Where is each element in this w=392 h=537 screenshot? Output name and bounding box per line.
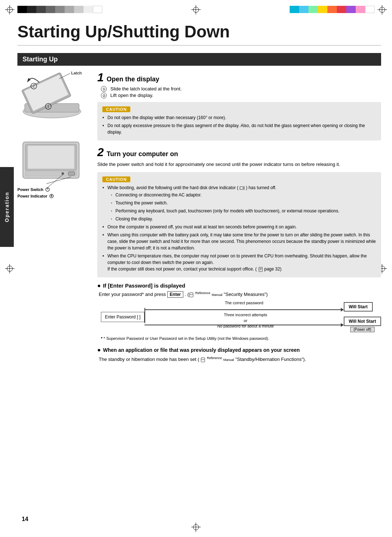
caution-sub-4: Closing the display.	[111, 216, 376, 222]
svg-rect-16	[68, 172, 75, 175]
password-section: ● If [Enter Password] is displayed Enter…	[97, 282, 381, 342]
diagram-column: 1 2 Latch	[17, 72, 90, 369]
ref-manual-icon: Ref	[189, 292, 194, 297]
top-arrow-label: The correct password	[144, 301, 344, 305]
page-ref-icon	[258, 267, 263, 272]
step1-num1: ①	[101, 86, 107, 92]
password-heading: ● If [Enter Password] is displayed	[97, 282, 381, 289]
section-header-starting-up: Starting Up	[17, 53, 381, 66]
password-bullet: ●	[97, 282, 101, 289]
app-bullet: ●	[97, 347, 101, 353]
step1-number: 1	[97, 72, 104, 83]
step2-number: 2	[97, 146, 104, 158]
svg-text:2: 2	[33, 84, 35, 88]
caution-item-step1-2: Do not apply excessive pressure to the g…	[102, 122, 376, 135]
caution-label-step1: CAUTION	[102, 106, 130, 112]
footnote-asterisk: *	[101, 336, 102, 341]
caution-item-step2-2: Once the computer is powered off, you mu…	[102, 224, 376, 230]
caution-sub-3: Performing any keyboard, touch pad, touc…	[111, 208, 376, 214]
page-number: 14	[22, 516, 28, 522]
step1-text1: Slide the latch located at the front.	[110, 86, 182, 91]
password-footnote: * * Supervisor Password or User Password…	[97, 335, 381, 342]
svg-text:1: 1	[47, 105, 49, 109]
caution-box-step1: CAUTION Do not open the display wider th…	[97, 102, 381, 141]
content-column: 1 Open the display ① Slide the latch loc…	[97, 72, 381, 369]
svg-point-17	[62, 172, 64, 175]
black-bar	[17, 6, 102, 13]
color-bar	[290, 6, 375, 13]
main-content: Starting Up/Shutting Down Starting Up	[17, 22, 381, 515]
sidebar-operation-label: Operation	[0, 167, 14, 247]
lower-arrow-line	[144, 323, 344, 327]
enter-key: Enter	[167, 291, 184, 298]
ref-manual-label: Manual	[212, 293, 222, 297]
caution-item-step2-1: While booting, avoid the following until…	[102, 184, 376, 222]
step2-title: Turn your computer on	[107, 150, 178, 158]
caution-item-step2-3: When using this computer with the batter…	[102, 232, 376, 251]
svg-point-24	[51, 195, 52, 197]
password-heading-text: If [Enter Password] is displayed	[103, 282, 185, 289]
app-ref-icon: Ref	[200, 357, 205, 362]
caution-label-step2: CAUTION	[102, 176, 130, 182]
step2-intro: Slide the power switch and hold it for a…	[97, 161, 381, 168]
outcome-boxes: Will Start Will Not Start (Power off)	[344, 302, 381, 332]
power-indicator-label: Power Indicator	[17, 194, 90, 199]
ref-security-text: "Security Measures"	[224, 292, 266, 297]
power-icon	[45, 187, 50, 192]
app-ref-super: Reference	[207, 356, 222, 360]
svg-text:Ref: Ref	[202, 358, 205, 361]
svg-rect-13	[28, 146, 74, 169]
caution-list-step1: Do not open the display wider than neces…	[102, 114, 376, 135]
svg-text:Latch: Latch	[71, 72, 82, 75]
caution-box-step2: CAUTION While booting, avoid the followi…	[97, 172, 381, 277]
caution-item-step1-1: Do not open the display wider than neces…	[102, 114, 376, 121]
step2-section: 2 Turn your computer on Slide the power …	[97, 146, 381, 277]
laptop-power-svg	[17, 135, 86, 189]
app-section-body: The standby or hibernation mode has been…	[99, 355, 381, 363]
will-not-start-box: Will Not Start	[344, 317, 381, 326]
laptop-open-svg: 1 2 Latch	[17, 72, 86, 122]
starting-up-layout: 1 2 Latch	[17, 72, 381, 369]
app-manual-label: Manual	[223, 358, 234, 362]
app-heading-text: When an application or file that was pre…	[103, 347, 300, 353]
step2-heading: 2 Turn your computer on	[97, 146, 381, 158]
password-flow-diagram: Enter Password [ ] The correct password	[101, 301, 381, 333]
step1-section: 1 Open the display ① Slide the latch loc…	[97, 72, 381, 141]
step1-title: Open the display	[107, 76, 159, 83]
ref-text-label: Reference	[195, 291, 211, 295]
step1-num2: ②	[101, 93, 107, 98]
caution-sub-1: Connecting or disconnecting the AC adapt…	[111, 192, 376, 198]
caution-sub-2: Touching the power switch.	[111, 200, 376, 206]
caution-sublist-step2: Connecting or disconnecting the AC adapt…	[107, 192, 376, 222]
page-title: Starting Up/Shutting Down	[17, 22, 381, 46]
caution-item-step2-4: When the CPU temperature rises, the comp…	[102, 253, 376, 272]
laptop-power-diagram: Power Switch Power Indicator	[17, 135, 90, 199]
step1-instructions: ① Slide the latch located at the front. …	[101, 86, 381, 98]
caution-list-step2: While booting, avoid the following until…	[102, 184, 376, 272]
step1-text2: Lift open the display.	[110, 93, 153, 98]
app-section-heading: ● When an application or file that was p…	[97, 347, 381, 353]
svg-point-26	[243, 187, 244, 188]
svg-text:Ref: Ref	[190, 293, 193, 296]
will-not-start-area: Will Not Start (Power off)	[344, 317, 381, 332]
password-intro: Enter your password* and press Enter . (…	[99, 291, 381, 298]
application-section: ● When an application or file that was p…	[97, 347, 381, 363]
hdd-icon	[240, 186, 245, 191]
will-start-box: Will Start	[344, 302, 373, 312]
arrow-area: The correct password Three incorrect att…	[144, 301, 344, 333]
power-indicator-icon	[49, 194, 54, 199]
svg-rect-27	[259, 267, 262, 272]
upper-arrow-line	[144, 308, 344, 312]
step1-inst2: ② Lift open the display.	[101, 93, 381, 98]
step1-inst1: ① Slide the latch located at the front.	[101, 86, 381, 92]
laptop-open-diagram: 1 2 Latch	[17, 72, 90, 124]
enter-password-box: Enter Password [ ]	[101, 312, 144, 322]
app-ref-text: "Standby/Hibernation Functions").	[235, 357, 306, 362]
power-off-label: (Power off)	[350, 327, 375, 332]
step1-heading: 1 Open the display	[97, 72, 381, 83]
vert-line	[144, 308, 145, 323]
